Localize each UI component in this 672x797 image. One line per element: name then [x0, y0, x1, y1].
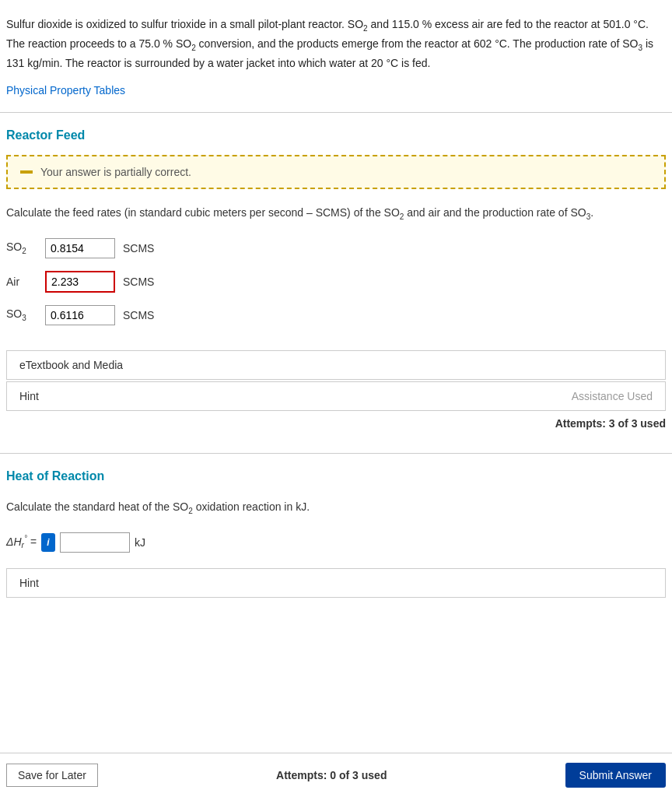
hint-bar[interactable]: Hint Assistance Used: [6, 381, 666, 411]
heat-attempts-info: Attempts: 0 of 3 used: [276, 769, 387, 781]
so2-input[interactable]: [45, 238, 115, 258]
intro-section: Sulfur dioxide is oxidized to sulfur tri…: [0, 0, 672, 104]
etextbook-bar[interactable]: eTextbook and Media: [6, 350, 666, 380]
heat-of-reaction-section: Heat of Reaction Calculate the standard …: [0, 462, 672, 607]
heat-hint-bar[interactable]: Hint: [6, 568, 666, 598]
delta-input[interactable]: [60, 532, 130, 553]
section-divider-1: [0, 112, 672, 113]
air-input[interactable]: [45, 271, 115, 293]
so2-unit: SCMS: [123, 242, 154, 255]
so3-unit: SCMS: [123, 309, 154, 321]
section-divider-2: [0, 453, 672, 454]
minus-icon: [20, 170, 33, 174]
banner-text: Your answer is partially correct.: [40, 166, 191, 178]
partial-correct-banner: Your answer is partially correct.: [6, 155, 666, 189]
save-later-button[interactable]: Save for Later: [6, 764, 98, 787]
air-row: Air SCMS: [6, 271, 666, 293]
heat-calc-text: Calculate the standard heat of the SO2 o…: [6, 499, 666, 517]
bottom-bar: Save for Later Attempts: 0 of 3 used Sub…: [0, 753, 672, 797]
so3-label: SO3: [6, 307, 37, 322]
assistance-used: Assistance Used: [572, 390, 653, 402]
so2-row: SO2 SCMS: [6, 238, 666, 258]
delta-label: ΔHr° =: [6, 534, 37, 549]
delta-row: ΔHr° = i kJ: [6, 532, 666, 553]
heat-of-reaction-title: Heat of Reaction: [6, 469, 666, 483]
heat-hint-label: Hint: [19, 577, 39, 589]
air-label: Air: [6, 276, 37, 288]
hint-label: Hint: [19, 390, 39, 402]
so3-input[interactable]: [45, 305, 115, 325]
attempts-text: Attempts: 3 of 3 used: [6, 413, 666, 437]
kj-label: kJ: [135, 536, 145, 549]
calc-text: Calculate the feed rates (in standard cu…: [6, 205, 666, 223]
intro-text: Sulfur dioxide is oxidized to sulfur tri…: [6, 16, 666, 72]
so2-label: SO2: [6, 241, 37, 255]
air-unit: SCMS: [123, 276, 154, 288]
reactor-feed-title: Reactor Feed: [6, 128, 666, 142]
physical-property-tables-link[interactable]: Physical Property Tables: [6, 84, 125, 97]
reactor-feed-section: Reactor Feed Your answer is partially co…: [0, 121, 672, 445]
submit-answer-button[interactable]: Submit Answer: [565, 763, 666, 788]
so3-row: SO3 SCMS: [6, 305, 666, 325]
info-icon[interactable]: i: [41, 533, 55, 552]
